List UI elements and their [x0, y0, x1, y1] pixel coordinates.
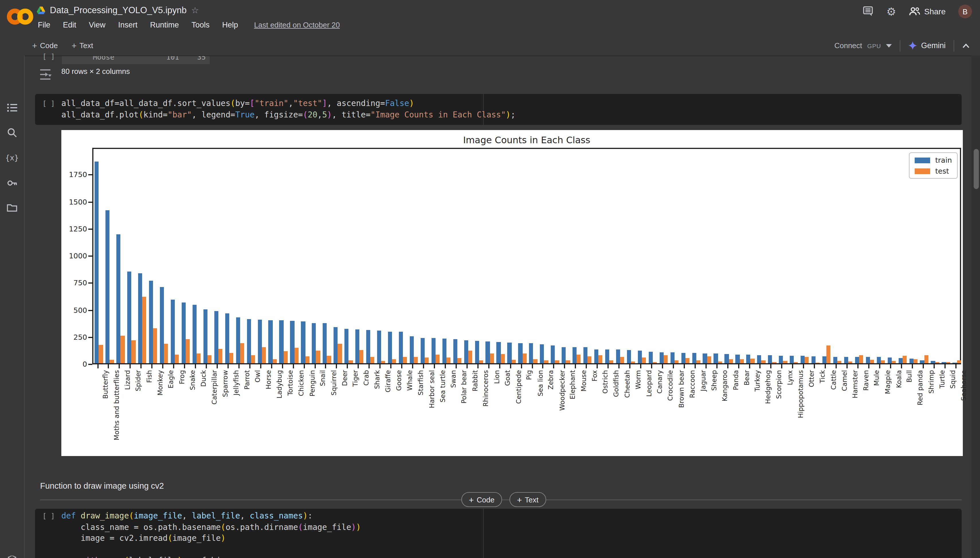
- gemini-button[interactable]: Gemini: [908, 41, 946, 50]
- cell-run-gutter[interactable]: [ ]: [43, 100, 55, 108]
- code-snippets-icon[interactable]: <>: [0, 553, 24, 558]
- bar-train: [355, 330, 359, 363]
- bar-train: [703, 353, 707, 363]
- x-tick-label: Seahorse: [960, 370, 968, 401]
- bar-train: [779, 356, 783, 363]
- menu-help[interactable]: Help: [222, 21, 238, 29]
- avatar[interactable]: B: [958, 5, 972, 18]
- x-tick: [575, 364, 576, 368]
- comment-icon[interactable]: [863, 6, 874, 16]
- markdown-cell-text[interactable]: Function to draw image using cv2: [40, 481, 164, 491]
- menu-tools[interactable]: Tools: [191, 21, 210, 29]
- bar-train: [692, 353, 696, 363]
- bar-train: [833, 357, 837, 363]
- df-cell-class: Moose: [93, 56, 114, 61]
- bar-train: [519, 343, 522, 363]
- bar-train: [236, 317, 240, 363]
- x-tick-label: Parrot: [243, 370, 251, 390]
- x-tick-label: Koala: [895, 370, 903, 388]
- menu-edit[interactable]: Edit: [63, 21, 77, 29]
- x-tick: [727, 364, 728, 368]
- x-tick: [477, 364, 478, 368]
- add-text-button[interactable]: + Text: [72, 41, 93, 51]
- bar-test: [696, 360, 700, 363]
- variables-icon[interactable]: {x}: [0, 154, 24, 162]
- bar-train: [464, 341, 468, 363]
- bar-test: [121, 336, 125, 363]
- code-editor[interactable]: def draw_image(image_file, label_file, c…: [61, 510, 957, 558]
- divider: [954, 40, 954, 51]
- x-tick: [814, 364, 815, 368]
- y-tick-label: 1250: [61, 225, 87, 233]
- x-tick-label: Lynx: [786, 370, 794, 385]
- bar-test: [457, 358, 461, 363]
- bar-train: [421, 338, 425, 363]
- y-tick-label: 750: [61, 279, 87, 287]
- collapse-chevron-up-icon[interactable]: [962, 43, 970, 48]
- bar-train: [442, 339, 446, 363]
- bar-test: [446, 357, 450, 363]
- bar-test: [272, 359, 276, 363]
- notebook-title[interactable]: Data_Processing_YOLO_V5.ipynb: [50, 5, 187, 15]
- code-cell-draw-image[interactable]: [ ] def draw_image(image_file, label_fil…: [35, 509, 962, 558]
- menu-insert[interactable]: Insert: [118, 21, 138, 29]
- x-tick: [597, 364, 598, 368]
- connect-button[interactable]: Connect GPU: [834, 41, 892, 50]
- x-tick: [847, 364, 848, 368]
- code-editor[interactable]: all_data_df=all_data_df.sort_values(by=[…: [61, 98, 957, 120]
- bar-train: [214, 311, 218, 363]
- add-code-button[interactable]: + Code: [32, 41, 58, 51]
- menu-file[interactable]: File: [38, 21, 51, 29]
- bar-train: [909, 358, 913, 363]
- bar-test: [881, 360, 885, 363]
- bar-train: [529, 343, 533, 363]
- menu-view[interactable]: View: [89, 21, 105, 29]
- x-tick: [673, 364, 674, 368]
- cell-run-gutter[interactable]: [ ]: [43, 512, 55, 520]
- bar-test: [577, 354, 581, 363]
- last-edited-link[interactable]: Last edited on October 20: [254, 21, 340, 29]
- bar-test: [294, 348, 298, 363]
- bar-train: [714, 353, 718, 363]
- secrets-key-icon[interactable]: [0, 178, 24, 188]
- bar-test: [903, 356, 907, 363]
- legend-label: train: [935, 156, 952, 164]
- y-tick: [88, 228, 92, 230]
- search-icon[interactable]: [0, 128, 24, 138]
- x-tick-label: Lizard: [123, 370, 131, 390]
- bar-train: [942, 362, 946, 363]
- y-tick: [88, 337, 92, 338]
- insert-text-button[interactable]: + Text: [509, 492, 546, 507]
- x-tick: [944, 364, 946, 368]
- x-tick: [879, 364, 880, 368]
- cell-run-gutter[interactable]: [ ]: [43, 53, 55, 61]
- insert-code-button[interactable]: + Code: [461, 492, 502, 507]
- x-tick: [825, 364, 826, 368]
- share-button[interactable]: Share: [909, 7, 946, 16]
- y-tick: [88, 283, 92, 284]
- menu-runtime[interactable]: Runtime: [150, 21, 179, 29]
- x-tick: [738, 364, 739, 368]
- x-tick: [368, 364, 369, 368]
- bar-test: [522, 353, 526, 363]
- x-tick: [532, 364, 533, 368]
- bar-test: [609, 360, 613, 363]
- bar-train: [811, 356, 816, 363]
- bar-test: [359, 350, 364, 363]
- scrollbar-thumb[interactable]: [974, 149, 979, 189]
- x-tick: [716, 364, 717, 368]
- x-tick-label: Spider: [135, 370, 143, 391]
- code-cell-plot[interactable]: [ ] all_data_df=all_data_df.sort_values(…: [35, 94, 962, 125]
- x-tick-label: Jellyfish: [232, 370, 240, 395]
- bar-train: [192, 305, 197, 363]
- scrollbar-track[interactable]: [972, 56, 980, 558]
- x-tick: [955, 364, 956, 368]
- x-tick: [151, 364, 153, 368]
- interactive-table-icon[interactable]: [38, 68, 52, 81]
- table-of-contents-icon[interactable]: [0, 103, 24, 112]
- settings-gear-icon[interactable]: ⚙: [886, 6, 896, 17]
- files-folder-icon[interactable]: [0, 204, 24, 212]
- bar-test: [804, 357, 809, 363]
- star-icon[interactable]: ☆: [191, 5, 199, 15]
- code-line: class_name = os.path.basename(os.path.di…: [61, 522, 957, 533]
